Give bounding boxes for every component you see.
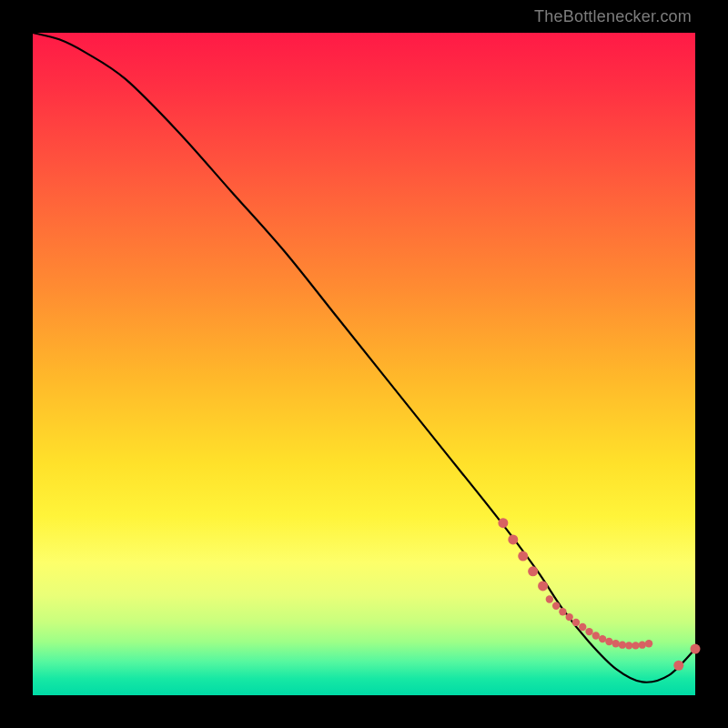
marker-dot (579, 623, 586, 631)
marker-dot (538, 581, 548, 591)
marker-dot (565, 613, 572, 621)
marker-dot (552, 602, 560, 610)
marker-dot (599, 635, 606, 642)
chart-frame: TheBottlenecker.com (0, 0, 728, 728)
marker-dot (632, 642, 639, 649)
marker-dot (559, 608, 566, 615)
marker-dot (673, 661, 683, 671)
marker-dot (528, 566, 538, 576)
marker-dot (619, 641, 626, 648)
marker-dot (572, 619, 580, 626)
marker-dot (605, 638, 612, 645)
marker-dot (639, 641, 646, 648)
plot-area (33, 33, 695, 695)
marker-dot (585, 628, 592, 635)
chart-svg (33, 33, 695, 695)
marker-dot (518, 551, 528, 561)
marker-dot (612, 640, 619, 647)
marker-dot (508, 534, 518, 544)
attribution-text: TheBottlenecker.com (534, 7, 692, 26)
marker-dot (625, 642, 632, 649)
marker-dot (546, 595, 553, 602)
marker-dot (592, 632, 600, 639)
marker-dot (645, 640, 652, 647)
markers-dense (546, 595, 653, 649)
marker-dot (691, 644, 701, 654)
marker-dot (498, 518, 508, 528)
markers-sparse (498, 518, 700, 671)
curve-line (33, 33, 695, 682)
